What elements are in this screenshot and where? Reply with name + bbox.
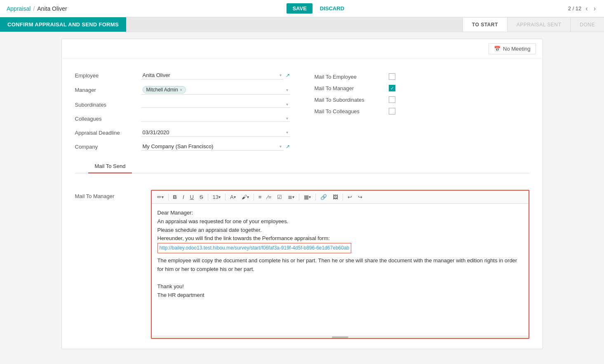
prev-record-button[interactable]: ‹ <box>584 5 589 12</box>
editor-scrollbar-track[interactable] <box>152 336 529 338</box>
toolbar-undo-btn[interactable]: ↩ <box>345 193 354 201</box>
employee-value: Anita Oliver ▾ ↗ <box>141 71 290 79</box>
top-bar-actions: SAVE DISCARD <box>287 3 348 14</box>
toolbar-ordered-list-btn[interactable]: ⁄= <box>265 193 273 201</box>
breadcrumb-separator: / <box>33 5 35 12</box>
email-link[interactable]: http://bailey.odoo13.test.hibou.me/surve… <box>157 243 523 253</box>
next-record-button[interactable]: › <box>592 5 597 12</box>
mail-row: Mail To Manager ✏ ▾ B I U S 13 ▾ A ▾ <box>75 190 529 339</box>
employee-field-row: Employee Anita Oliver ▾ ↗ <box>75 69 290 82</box>
email-line-3: Please schedule an appraisal date togeth… <box>157 226 523 235</box>
employee-caret: ▾ <box>280 73 282 77</box>
colleagues-caret: ▾ <box>286 116 288 121</box>
colleagues-select[interactable]: ▾ <box>141 115 290 122</box>
editor-scrollbar-thumb[interactable] <box>332 336 348 338</box>
toolbar-sep-7 <box>343 194 343 201</box>
form-right: Mail To Employee Mail To Manager ✓ Mail … <box>315 69 529 153</box>
toolbar-underline-btn[interactable]: U <box>188 193 196 201</box>
email-line-2: An appraisal was requested for one of yo… <box>157 217 523 226</box>
toolbar-redo-btn[interactable]: ↪ <box>356 193 364 201</box>
form-card: 📅 No Meeting Employee Anita Oliver ▾ <box>61 39 543 349</box>
email-line-6: Thank you! <box>157 282 523 291</box>
colleagues-field-row: Colleagues ▾ <box>75 112 290 125</box>
stage-appraisal-sent[interactable]: APPRAISAL SENT <box>507 18 571 32</box>
company-field-row: Company My Company (San Francisco) ▾ ↗ <box>75 140 290 153</box>
employee-text: Anita Oliver <box>143 72 170 78</box>
stage-done[interactable]: DONE <box>570 18 604 32</box>
tab-mail-to-send[interactable]: Mail To Send <box>88 160 132 173</box>
deadline-value: 03/31/2020 ▾ <box>141 128 290 137</box>
mail-to-employee-row: Mail To Employee <box>315 71 529 82</box>
subordinates-select[interactable]: ▾ <box>141 101 290 108</box>
mail-to-manager-checkbox[interactable]: ✓ <box>389 85 395 91</box>
mail-to-subordinates-checkbox[interactable] <box>389 96 395 103</box>
toolbar-italic-btn[interactable]: I <box>181 193 186 201</box>
toolbar-bold-btn[interactable]: B <box>171 193 179 201</box>
manager-caret: ▾ <box>286 88 288 92</box>
colleagues-label: Colleagues <box>75 116 141 122</box>
discard-button[interactable]: DISCARD <box>316 3 348 14</box>
form-grid: Employee Anita Oliver ▾ ↗ Manager <box>75 69 529 153</box>
editor-toolbar: ✏ ▾ B I U S 13 ▾ A ▾ 🖌 ▾ ≡ ⁄= <box>152 191 529 204</box>
deadline-caret: ▾ <box>286 130 288 135</box>
mail-to-employee-label: Mail To Employee <box>315 74 389 80</box>
manager-select[interactable]: Mitchell Admin × ▾ <box>141 85 290 95</box>
toolbar-align-btn[interactable]: ≣ ▾ <box>286 193 296 201</box>
stage-to-start[interactable]: TO START <box>463 18 507 32</box>
form-left: Employee Anita Oliver ▾ ↗ Manager <box>75 69 290 153</box>
toolbar-sep-6 <box>315 194 316 201</box>
manager-label: Manager <box>75 87 141 93</box>
toolbar-strikethrough-btn[interactable]: S <box>197 193 205 201</box>
toolbar-checklist-btn[interactable]: ☑ <box>275 193 284 201</box>
main-content: 📅 No Meeting Employee Anita Oliver ▾ <box>55 32 550 356</box>
status-stages: TO START APPRAISAL SENT DONE <box>463 17 604 32</box>
toolbar-sep-1 <box>168 194 169 201</box>
manager-tag-remove[interactable]: × <box>180 87 182 92</box>
employee-select[interactable]: Anita Oliver ▾ <box>141 71 283 79</box>
toolbar-unordered-list-btn[interactable]: ≡ <box>256 193 264 201</box>
calendar-icon: 📅 <box>494 46 501 52</box>
top-bar: Appraisal / Anita Oliver SAVE DISCARD 2 … <box>0 0 604 17</box>
toolbar-pen-btn[interactable]: ✏ ▾ <box>155 193 166 201</box>
company-text: My Company (San Francisco) <box>143 143 214 149</box>
colleagues-value: ▾ <box>141 115 290 122</box>
subordinates-field-row: Subordinates ▾ <box>75 98 290 111</box>
app-name[interactable]: Appraisal <box>7 5 31 12</box>
mail-to-colleagues-row: Mail To Colleagues <box>315 106 529 117</box>
company-label: Company <box>75 144 141 150</box>
toolbar-fontsize-btn[interactable]: 13 ▾ <box>211 193 223 201</box>
toolbar-table-btn[interactable]: ▦ ▾ <box>302 193 313 201</box>
company-external-link[interactable]: ↗ <box>286 144 290 149</box>
deadline-select[interactable]: 03/31/2020 ▾ <box>141 128 290 137</box>
email-editor: ✏ ▾ B I U S 13 ▾ A ▾ 🖌 ▾ ≡ ⁄= <box>151 190 529 339</box>
save-button[interactable]: SAVE <box>287 3 312 14</box>
mail-to-colleagues-checkbox[interactable] <box>389 108 395 114</box>
survey-link-text[interactable]: http://bailey.odoo13.test.hibou.me/surve… <box>157 243 352 253</box>
mail-to-manager-section-label: Mail To Manager <box>75 190 141 339</box>
toolbar-link-btn[interactable]: 🔗 <box>318 193 329 201</box>
toolbar-bgcolor-btn[interactable]: 🖌 ▾ <box>240 193 251 201</box>
deadline-label: Appraisal Deadline <box>75 130 141 136</box>
toolbar-fontcolor-btn[interactable]: A ▾ <box>228 193 238 201</box>
mail-section: Mail To Manager ✏ ▾ B I U S 13 ▾ A ▾ <box>62 183 543 349</box>
company-select[interactable]: My Company (San Francisco) ▾ <box>141 142 283 151</box>
mail-to-subordinates-label: Mail To Subordinates <box>315 97 389 103</box>
mail-to-employee-checkbox[interactable] <box>389 73 395 80</box>
mail-to-subordinates-row: Mail To Subordinates <box>315 94 529 105</box>
no-meeting-label: No Meeting <box>503 46 530 52</box>
no-meeting-button[interactable]: 📅 No Meeting <box>489 43 536 54</box>
no-meeting-bar: 📅 No Meeting <box>62 39 543 59</box>
email-line-1: Dear Manager: <box>157 209 523 217</box>
email-line-7: The HR department <box>157 291 523 300</box>
confirm-appraisal-button[interactable]: CONFIRM APPRAISAL AND SEND FORMS <box>0 17 126 32</box>
breadcrumb: Appraisal / Anita Oliver <box>7 5 67 12</box>
mail-to-manager-row: Mail To Manager ✓ <box>315 83 529 93</box>
status-bar: CONFIRM APPRAISAL AND SEND FORMS TO STAR… <box>0 17 604 32</box>
editor-body[interactable]: Dear Manager: An appraisal was requested… <box>152 204 529 336</box>
record-name: Anita Oliver <box>37 5 67 12</box>
form-body: Employee Anita Oliver ▾ ↗ Manager <box>62 59 543 183</box>
pagination: 2 / 12 ‹ › <box>568 5 597 12</box>
employee-external-link[interactable]: ↗ <box>286 72 290 78</box>
toolbar-image-btn[interactable]: 🖼 <box>331 193 340 201</box>
manager-tag-text: Mitchell Admin <box>146 87 178 93</box>
